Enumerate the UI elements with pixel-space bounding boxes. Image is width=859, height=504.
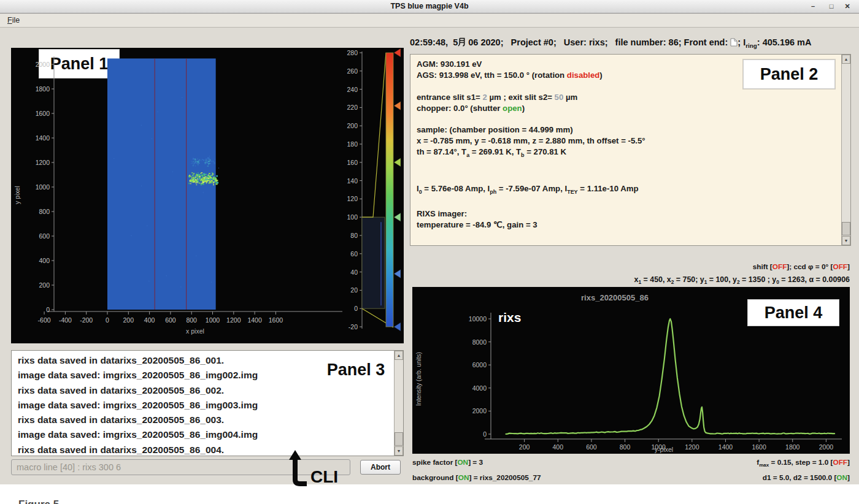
colorbar-marker[interactable] [394,213,401,221]
status-line [417,114,838,125]
scroll-down-button[interactable]: ▼ [395,446,403,456]
shift-status-line: shift [OFF]; ccd φ = 0° [OFF] [753,262,850,271]
status-line [417,172,838,183]
status-panel: AGM: 930.191 eVAGS: 913.998 eV, tth = 15… [410,54,851,246]
svg-text:120: 120 [347,195,358,202]
svg-text:0: 0 [106,316,109,324]
scroll-thumb[interactable] [395,432,403,446]
app-window: TPS blue magpie V4b – □ ✕ File Panel 1 0… [0,0,859,484]
svg-text:800: 800 [186,316,197,324]
svg-text:1800: 1800 [785,443,800,451]
svg-text:rixs_20200505_86: rixs_20200505_86 [581,293,649,302]
status-line: x = -0.785 mm, y = -0.618 mm, z = 2.880 … [417,136,838,147]
svg-text:y pixel: y pixel [13,186,21,204]
svg-text:800: 800 [620,443,631,451]
status-line [417,231,838,242]
svg-text:200: 200 [39,281,50,289]
svg-text:-600: -600 [38,316,51,324]
svg-text:8000: 8000 [472,338,487,346]
svg-text:40: 40 [350,269,358,276]
detector-image-panel[interactable]: Panel 1 02004006008001000120014001600180… [11,48,404,343]
svg-text:-200: -200 [80,316,93,324]
svg-text:400: 400 [39,257,50,264]
close-button[interactable]: ✕ [841,1,854,12]
menu-bar: File [0,14,859,28]
svg-text:240: 240 [347,86,358,93]
svg-text:2000: 2000 [819,443,834,451]
status-line: RIXS imager: [417,208,838,220]
svg-text:1600: 1600 [752,443,766,451]
svg-text:1400: 1400 [36,134,50,142]
svg-text:1600: 1600 [269,316,283,324]
month-kanji-icon [458,37,466,47]
svg-text:1000: 1000 [36,183,50,191]
svg-text:180: 180 [347,140,358,148]
svg-text:-20: -20 [349,323,358,330]
svg-text:Intensity (arb. units): Intensity (arb. units) [415,352,422,406]
colorbar-marker[interactable] [394,101,401,110]
svg-text:60: 60 [350,250,358,258]
svg-text:6000: 6000 [472,361,487,368]
background-line: background [ON] = rixs_20200505_77 [412,473,541,482]
cli-annotation-text: CLI [310,467,338,487]
minimize-button[interactable]: – [806,1,820,12]
status-line: entrance slit s1= 2 µm ; exit slit s2= 5… [417,92,838,103]
svg-text:200: 200 [123,316,134,324]
colorbar-marker[interactable] [394,158,401,167]
colorbar-marker[interactable] [394,323,401,331]
panel3-scrollbar[interactable]: ▲ ▼ [394,351,403,456]
colorbar-marker[interactable] [394,48,401,57]
front-end-file-icon [730,37,738,47]
svg-text:2000: 2000 [36,61,50,68]
svg-text:160: 160 [347,159,358,166]
scroll-up-button[interactable]: ▲ [395,351,403,360]
scroll-down-button[interactable]: ▼ [842,236,850,245]
svg-text:0: 0 [483,430,487,438]
svg-text:2000: 2000 [472,407,487,414]
status-line: Taking RIXS data ... 5/6 ; remaining tim… [417,242,838,244]
status-line: temperature = -84.9 ℃, gain = 3 [417,220,838,231]
status-line [417,197,838,208]
title-bar: TPS blue magpie V4b – □ ✕ [0,0,859,13]
svg-text:400: 400 [144,316,155,324]
svg-text:1200: 1200 [36,159,50,166]
svg-text:20: 20 [350,286,358,294]
svg-text:200: 200 [519,443,530,451]
log-panel: rixs data saved in datarixs_20200505_86_… [11,350,404,456]
colorbar-marker[interactable] [394,270,401,278]
status-line: sample: (chamber position = 44.999 mm) [417,124,838,136]
panel2-scrollbar[interactable]: ▲ ▼ [841,55,850,245]
fmax-step-line: fmax = 0.15, step = 1.0 [OFF] [757,458,850,468]
log-line: rixs data saved in datarixs_20200505_86_… [18,383,391,398]
d1-d2-line: d1 = 5.0, d2 = 1500.0 [ON] [763,473,850,482]
svg-text:80: 80 [350,232,358,239]
svg-text:1200: 1200 [226,316,241,324]
scroll-thumb[interactable] [842,222,850,235]
svg-text:260: 260 [347,67,358,75]
maximize-button[interactable]: □ [825,1,838,12]
colorbar-gradient[interactable] [386,53,393,327]
menu-item-file[interactable]: File [0,14,27,26]
figure-caption-partial: Figure 5 [18,498,59,504]
header-status-line: 02:59:48, 5 06 2020; Project #0; User: r… [410,37,850,50]
svg-text:220: 220 [347,104,358,111]
svg-text:1400: 1400 [718,443,733,451]
svg-text:1400: 1400 [247,316,262,324]
spectrum-plot-svg: rixs_20200505_86020004000600080001000020… [412,287,850,454]
svg-text:100: 100 [347,213,358,221]
log-line: image data saved: imgrixs_20200505_86_im… [18,398,391,413]
svg-text:10000: 10000 [469,315,487,323]
panel3-tag: Panel 3 [317,358,395,383]
svg-text:0: 0 [354,305,358,312]
svg-text:y-pixel: y-pixel [655,446,673,453]
spectrum-plot-panel[interactable]: rixs Panel 4 rixs_20200505_8602000400060… [412,287,850,454]
svg-text:200: 200 [347,122,358,129]
status-line: chopper: 0.0° (shutter open) [417,103,838,114]
svg-text:600: 600 [39,232,50,240]
svg-text:x pixel: x pixel [186,327,204,335]
spike-factor-line: spike factor [ON] = 3 [412,458,483,467]
scroll-up-button[interactable]: ▲ [842,55,850,64]
detector-image-svg: 0200400600800100012001400160018002000-60… [11,48,404,343]
status-line: th = 87.14°, Ta = 269.91 K, Tb = 270.81 … [417,147,838,161]
status-line [417,161,838,172]
